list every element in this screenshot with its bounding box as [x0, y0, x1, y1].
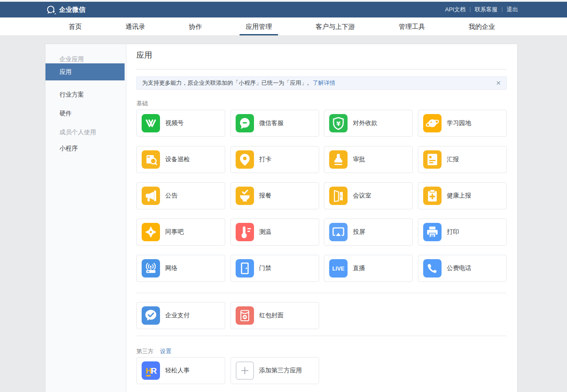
app-name: 微信客服 — [259, 119, 284, 127]
app-name: 公告 — [165, 192, 177, 200]
nav-tab[interactable]: 应用管理 — [240, 17, 278, 35]
topbar: 企业微信 API文档联系客服退出 — [0, 2, 567, 17]
sidebar-group-header: 成员个人使用 — [45, 129, 126, 135]
topbar-link[interactable]: API文档 — [445, 6, 466, 14]
sidebar-group-header: 企业应用 — [45, 56, 126, 62]
app-name: 门禁 — [259, 264, 271, 272]
topbar-link-separator — [470, 7, 470, 12]
notice-banner: 为支持更多能力，原企业关联添加的「小程序」已统一为「应用」。了解详情 ✕ — [136, 76, 507, 90]
section-label: 基础 — [136, 101, 148, 107]
planet-icon — [423, 114, 442, 132]
app-card[interactable]: 设备巡检 — [136, 146, 225, 173]
app-card[interactable]: 红包封面 — [230, 302, 319, 329]
topbar-link[interactable]: 联系客服 — [475, 6, 497, 14]
app-card[interactable]: 微信客服 — [230, 110, 319, 137]
sidebar-item[interactable]: 硬件 — [45, 110, 126, 116]
door-access-icon — [236, 259, 254, 278]
app-name: 视频号 — [165, 119, 184, 127]
meeting-door-icon — [329, 187, 348, 205]
app-grid: 企业支付红包封面 — [136, 302, 507, 329]
location-pin-icon — [236, 150, 254, 169]
app-card[interactable]: 公告 — [136, 182, 225, 209]
app-card[interactable]: 会议室 — [324, 182, 413, 209]
app-card[interactable]: ¥对外收款 — [324, 110, 413, 137]
app-card[interactable]: 投屏 — [324, 219, 413, 246]
phone-icon — [423, 259, 442, 278]
nav-tab[interactable]: 客户与上下游 — [310, 17, 361, 35]
app-logo[interactable]: 企业微信 — [46, 5, 85, 15]
app-card[interactable]: 公费电话 — [418, 255, 507, 282]
app-sections: 基础视频号微信客服¥对外收款学习园地设备巡检打卡审批汇报公告报餐会议室健康上报同… — [136, 101, 507, 384]
app-name: 网络 — [165, 264, 177, 272]
app-grid: HR轻松人事添加第三方应用 — [136, 357, 507, 384]
chat-service-icon — [236, 114, 254, 132]
section-label-row: 第三方设置 — [136, 348, 507, 354]
sidebar-item[interactable]: 行业方案 — [45, 91, 126, 97]
svg-text:¥: ¥ — [336, 120, 341, 127]
app-card[interactable]: 视频号 — [136, 110, 225, 137]
svg-text:R: R — [151, 366, 157, 375]
app-name: 健康上报 — [447, 192, 471, 200]
main-content: 应用 为支持更多能力，原企业关联添加的「小程序」已统一为「应用」。了解详情 ✕ … — [126, 44, 517, 392]
hr-app-icon: HR — [142, 361, 160, 380]
channels-icon — [142, 114, 160, 132]
app-name: 打印 — [447, 228, 459, 236]
app-name: 会议室 — [353, 192, 371, 200]
app-name: 投屏 — [353, 228, 365, 236]
app-card[interactable]: 报餐 — [230, 182, 319, 209]
logo-text: 企业微信 — [59, 6, 85, 14]
notice-close-icon[interactable]: ✕ — [496, 80, 501, 86]
nav-tab[interactable]: 首页 — [63, 17, 88, 35]
nav-tab[interactable]: 我的企业 — [463, 17, 501, 35]
red-packet-icon — [236, 306, 254, 325]
health-clipboard-icon — [423, 187, 442, 205]
app-name: 同事吧 — [165, 228, 184, 236]
app-card[interactable]: 添加第三方应用 — [230, 357, 319, 384]
section-divider — [136, 336, 507, 336]
app-card[interactable]: 打印 — [418, 219, 507, 246]
notice-text-wrap: 为支持更多能力，原企业关联添加的「小程序」已统一为「应用」。了解详情 — [142, 79, 335, 87]
app-card[interactable]: 汇报 — [418, 146, 507, 173]
app-name: 打卡 — [259, 156, 271, 163]
report-doc-icon — [423, 150, 442, 169]
sidebar-item[interactable]: 应用 — [45, 63, 125, 80]
app-card[interactable]: 测温 — [230, 219, 319, 246]
section-divider — [136, 293, 507, 293]
app-card[interactable]: 审批 — [324, 146, 413, 173]
app-name: 对外收款 — [353, 119, 377, 127]
app-name: 测温 — [259, 228, 271, 236]
thermometer-icon — [236, 223, 254, 241]
section-label: 第三方 — [136, 348, 153, 354]
app-name: 汇报 — [447, 156, 459, 163]
topbar-links: API文档联系客服退出 — [445, 6, 518, 14]
app-name: 企业支付 — [165, 312, 190, 319]
app-card[interactable]: LIVE直播 — [324, 255, 413, 282]
pay-bubble-icon — [142, 306, 160, 325]
app-card[interactable]: 同事吧 — [136, 219, 225, 246]
app-card[interactable]: 网络 — [136, 255, 225, 282]
app-card[interactable]: 打卡 — [230, 146, 319, 173]
app-name: 学习园地 — [447, 119, 471, 127]
app-name: 添加第三方应用 — [259, 367, 302, 375]
app-card[interactable]: 学习园地 — [418, 110, 507, 137]
topbar-link-separator — [502, 7, 502, 12]
section-settings-link[interactable]: 设置 — [160, 348, 171, 354]
screen-cast-icon — [329, 223, 348, 241]
app-card[interactable]: 门禁 — [230, 255, 319, 282]
app-card[interactable]: 健康上报 — [418, 182, 507, 209]
notice-text: 为支持更多能力，原企业关联添加的「小程序」已统一为「应用」。 — [142, 80, 313, 86]
nav-tab[interactable]: 管理工具 — [393, 17, 431, 35]
section-label-row: 基础 — [136, 101, 507, 107]
nav-tab[interactable]: 通讯录 — [119, 17, 151, 35]
stamp-icon — [329, 150, 348, 169]
nav-tab[interactable]: 协作 — [183, 17, 208, 35]
app-card[interactable]: 企业支付 — [136, 302, 225, 329]
app-name: 设备巡检 — [165, 156, 190, 163]
sidebar-item[interactable]: 小程序 — [45, 145, 126, 151]
app-card[interactable]: HR轻松人事 — [136, 357, 225, 384]
app-name: 直播 — [353, 264, 365, 272]
page-title: 应用 — [136, 51, 507, 60]
topbar-link[interactable]: 退出 — [507, 6, 518, 14]
app-name: 轻松人事 — [165, 367, 190, 375]
notice-learn-more-link[interactable]: 了解详情 — [313, 80, 335, 86]
